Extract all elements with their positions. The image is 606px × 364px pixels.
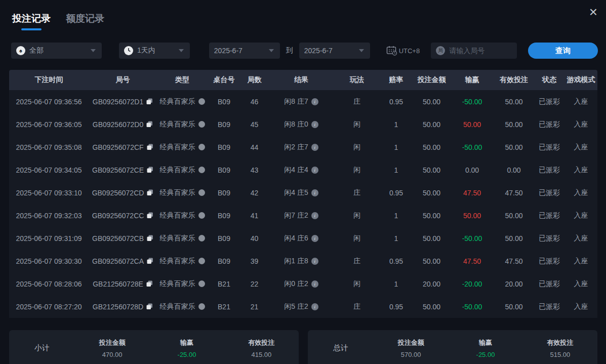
copy-icon[interactable] [147, 212, 153, 219]
table-row: 2025-06-07 09:36:56 GB09256072D1 经典百家乐 B… [9, 90, 597, 113]
subtotal-validbet-value: 415.00 [224, 351, 299, 358]
date-from-value: 2025-6-7 [214, 47, 243, 55]
total-box: 总计 投注金额 570.00 输赢 -25.00 有效投注 515.00 [308, 330, 597, 364]
subtotal-winloss: 输赢 -25.00 [149, 338, 224, 358]
tab-betting-records[interactable]: 投注记录 [12, 12, 51, 30]
cell-bet-time: 2025-06-07 09:30:30 [9, 250, 89, 272]
info-icon[interactable]: i [311, 303, 318, 310]
cell-game-mode: 入座 [564, 113, 597, 136]
cell-valid-bet: 50.00 [494, 136, 534, 158]
cell-odds: 0.95 [380, 295, 413, 318]
cell-type: 经典百家乐 [157, 90, 208, 113]
cell-table-no: B09 [208, 204, 240, 227]
cell-valid-bet: 50.00 [494, 227, 534, 250]
copy-icon[interactable] [147, 144, 153, 150]
cell-play: 庄 [334, 181, 380, 204]
cell-status: 已派彩 [534, 158, 564, 181]
info-icon[interactable]: i [311, 121, 318, 128]
info-icon[interactable]: i [311, 235, 318, 242]
total-validbet-label: 有效投注 [523, 338, 597, 347]
subtotal-winloss-label: 输赢 [149, 338, 224, 347]
time-range-dropdown[interactable]: 1天内 [119, 43, 190, 59]
cell-play: 闲 [334, 158, 380, 181]
cell-round-id: GB09256072CE [89, 158, 157, 181]
tab-bar: 投注记录 额度记录 [0, 0, 606, 30]
copy-icon[interactable] [147, 235, 153, 241]
copy-icon[interactable] [147, 167, 153, 173]
query-button[interactable]: 查询 [528, 43, 598, 59]
cell-round-count: 46 [240, 90, 268, 113]
chevron-down-icon [269, 49, 274, 52]
info-icon[interactable]: i [311, 280, 318, 288]
cell-status: 已派彩 [534, 227, 564, 250]
total-bet-value: 570.00 [374, 351, 448, 358]
tab-quota-records[interactable]: 额度记录 [66, 12, 104, 30]
col-result: 结果 [268, 70, 334, 90]
game-type-dropdown[interactable]: ♠ 全部 [11, 43, 102, 59]
cell-valid-bet: 50.00 [494, 295, 534, 318]
cell-odds: 0.95 [380, 181, 413, 204]
cell-win-loss: -50.00 [451, 295, 494, 318]
cell-type: 经典百家乐 [157, 158, 208, 181]
table-body: 2025-06-07 09:36:56 GB09256072D1 经典百家乐 B… [9, 90, 597, 318]
cell-round-count: 39 [240, 250, 268, 272]
cell-win-loss: 0.00 [451, 158, 494, 181]
round-id-text: GB09256072CD [92, 189, 144, 197]
cell-odds: 1 [380, 158, 413, 181]
col-status: 状态 [534, 70, 564, 90]
calendar-clock-icon [386, 46, 397, 56]
cell-type: 经典百家乐 [157, 136, 208, 158]
copy-icon[interactable] [146, 121, 153, 128]
table-row: 2025-06-07 09:30:30 GB09256072CA 经典百家乐 B… [9, 250, 597, 272]
col-game-mode: 游戏模式 [564, 70, 597, 90]
col-round-id: 局号 [89, 70, 157, 90]
table-row: 2025-06-07 08:28:06 GB212560728E 经典百家乐 B… [9, 272, 597, 295]
date-from-picker[interactable]: 2025-6-7 [209, 43, 280, 59]
copy-icon[interactable] [146, 280, 153, 287]
info-icon[interactable]: i [311, 144, 318, 151]
game-type-text: 经典百家乐 [160, 257, 195, 266]
cell-win-loss: -20.00 [451, 272, 494, 295]
cell-bet-amount: 50.00 [413, 158, 451, 181]
copy-icon[interactable] [146, 303, 153, 310]
date-to-picker[interactable]: 2025-6-7 [299, 43, 370, 59]
timezone-selector[interactable]: UTC+8 [386, 46, 420, 56]
cell-bet-amount: 50.00 [413, 90, 451, 113]
cell-odds: 1 [380, 204, 413, 227]
info-icon[interactable]: i [311, 189, 318, 196]
table-row: 2025-06-07 09:31:09 GB09256072CB 经典百家乐 B… [9, 227, 597, 250]
copy-icon[interactable] [147, 258, 153, 264]
cell-play: 庄 [334, 90, 380, 113]
cell-type: 经典百家乐 [157, 113, 208, 136]
copy-icon[interactable] [146, 98, 153, 105]
round-search-box[interactable]: 局 [431, 43, 517, 59]
cell-valid-bet: 50.00 [494, 204, 534, 227]
close-icon[interactable]: × [586, 5, 601, 20]
info-icon[interactable]: i [311, 98, 318, 105]
info-icon[interactable]: i [311, 258, 318, 265]
cell-game-mode: 入座 [564, 181, 597, 204]
cell-status: 已派彩 [534, 250, 564, 272]
info-icon[interactable]: i [311, 167, 318, 174]
result-text: 闲7 庄2 [284, 211, 308, 220]
cell-type: 经典百家乐 [157, 272, 208, 295]
cell-round-id: GB09256072CC [89, 204, 157, 227]
copy-icon[interactable] [147, 189, 153, 196]
subtotal-winloss-value: -25.00 [149, 351, 224, 358]
cell-table-no: B21 [208, 272, 240, 295]
cell-type: 经典百家乐 [157, 250, 208, 272]
col-win-loss: 输赢 [451, 70, 494, 90]
info-icon[interactable]: i [311, 212, 318, 219]
game-logo-icon [198, 212, 205, 219]
game-logo-icon [198, 98, 205, 105]
col-bet-amount: 投注金额 [413, 70, 451, 90]
chevron-down-icon [91, 49, 96, 52]
cell-status: 已派彩 [534, 295, 564, 318]
game-type-value: 全部 [29, 46, 44, 55]
game-type-text: 经典百家乐 [160, 166, 195, 175]
cell-round-count: 44 [240, 136, 268, 158]
round-search-input[interactable] [449, 47, 512, 55]
cell-status: 已派彩 [534, 204, 564, 227]
cell-round-id: GB09256072CA [89, 250, 157, 272]
cell-odds: 1 [380, 272, 413, 295]
